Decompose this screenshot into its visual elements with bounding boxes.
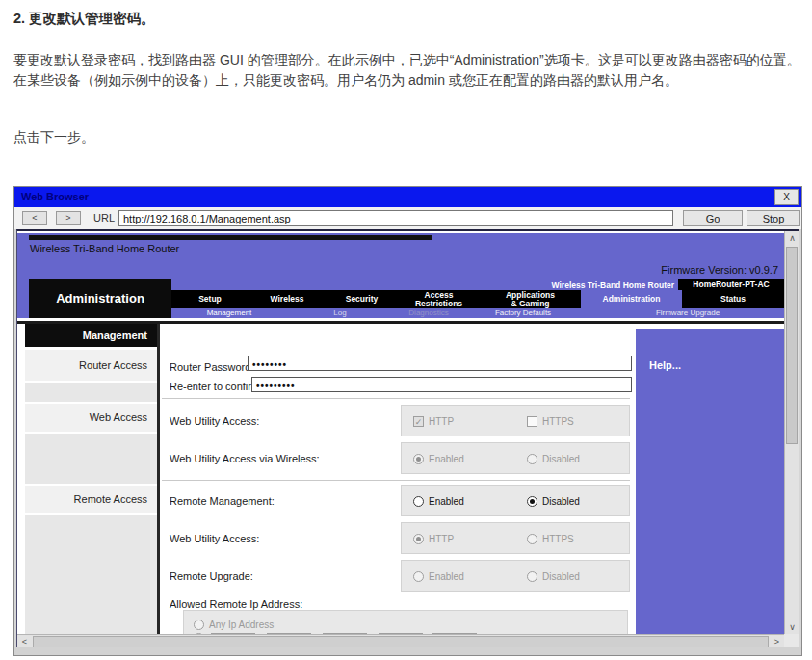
horizontal-scroll-thumb[interactable]: [33, 636, 769, 647]
vertical-scrollbar[interactable]: ∧ ∨: [784, 231, 799, 634]
doc-heading: 2. 更改默认管理密码。: [13, 10, 155, 28]
enabled-radio: [413, 571, 424, 582]
divider: [162, 398, 630, 399]
https-checkbox: [527, 416, 537, 427]
router-header: Wireless Tri-Band Home Router Firmware V…: [17, 233, 784, 318]
browser-toolbar: < > URL Go Stop: [14, 207, 801, 229]
enabled-radio: [413, 454, 424, 464]
subtab-firmware-upgrade[interactable]: Firmware Upgrade: [656, 308, 720, 317]
url-label: URL: [93, 212, 115, 224]
help-label: Help...: [649, 359, 681, 371]
sidebar-item-remote-access[interactable]: Remote Access: [25, 486, 157, 513]
web-browser-window: Web Browser X < > URL Go Stop Wireless T…: [13, 186, 802, 656]
window-title: Web Browser: [21, 191, 89, 202]
subtab-log[interactable]: Log: [333, 308, 346, 317]
tab-security[interactable]: Security: [326, 290, 398, 308]
enabled-radio-label: Enabled: [429, 454, 464, 464]
router-page: Wireless Tri-Band Home Router Firmware V…: [17, 231, 784, 634]
doc-paragraph: 要更改默认登录密码，找到路由器 GUI 的管理部分。在此示例中，已选中“Admi…: [13, 50, 801, 90]
sidebar-item-router-access[interactable]: Router Access: [25, 350, 157, 381]
window-bottom-edge: [14, 647, 801, 655]
http-checkbox: [413, 416, 424, 427]
http-checkbox-label: HTTP: [429, 416, 454, 427]
forward-button[interactable]: >: [56, 211, 81, 225]
https-radio: [527, 534, 537, 544]
remote-upgrade-label: Remote Upgrade:: [170, 570, 253, 582]
remote-management-controls: Enabled Disabled: [401, 485, 630, 516]
scroll-right-icon[interactable]: >: [770, 635, 784, 648]
scroll-down-icon[interactable]: ∨: [785, 620, 799, 634]
web-utility-access-controls: HTTP HTTPS: [401, 405, 630, 436]
router-password-label: Router Password:: [170, 361, 253, 373]
remote-web-utility-controls: HTTP HTTPS: [401, 522, 630, 554]
management-form: Router Password: •••••••• Re-enter to co…: [157, 324, 636, 634]
tab-status[interactable]: Status: [682, 290, 784, 308]
router-password-input[interactable]: ••••••••: [248, 356, 632, 371]
confirm-password-label: Re-enter to confirm:: [170, 381, 263, 392]
tab-wireless[interactable]: Wireless: [249, 290, 326, 308]
horizontal-scrollbar[interactable]: < >: [17, 634, 784, 648]
disabled-radio-label: Disabled: [542, 571, 580, 582]
divider: [162, 480, 630, 481]
url-input[interactable]: [118, 210, 673, 226]
close-button[interactable]: X: [774, 189, 799, 205]
http-radio-label: HTTP: [429, 534, 454, 544]
page-title: Administration: [29, 279, 171, 318]
tab-applications-gaming[interactable]: Applications & Gaming: [480, 290, 581, 308]
scroll-left-icon[interactable]: <: [17, 635, 32, 648]
sidebar-item-management[interactable]: Management: [25, 324, 157, 347]
doc-next-step: 点击下一步。: [13, 129, 94, 146]
subtab-diagnostics[interactable]: Diagnostics: [408, 308, 448, 317]
disabled-radio-label: Disabled: [542, 496, 580, 507]
scrollbar-corner: [784, 634, 799, 648]
sidebar-spacer: [25, 383, 157, 402]
any-ip-radio-label: Any Ip Address: [209, 620, 274, 630]
main-content: Management Router Access Web Access Remo…: [17, 324, 784, 634]
scroll-up-icon[interactable]: ∧: [785, 231, 799, 245]
router-brand: Wireless Tri-Band Home Router: [30, 243, 179, 254]
sidebar-spacer: [25, 515, 157, 634]
disabled-radio[interactable]: [527, 496, 537, 507]
https-checkbox-label: HTTPS: [542, 416, 574, 427]
web-utility-access-label: Web Utility Access:: [170, 415, 259, 427]
stop-button[interactable]: Stop: [747, 210, 800, 226]
tab-access-restrictions[interactable]: Access Restrictions: [398, 290, 480, 308]
subtab-management[interactable]: Management: [207, 308, 252, 317]
tab-administration[interactable]: Administration: [581, 290, 682, 308]
remote-web-utility-label: Web Utility Access:: [170, 533, 259, 544]
help-panel: Help...: [636, 329, 784, 634]
allowed-ip-controls: Any Ip Address: [183, 610, 628, 634]
disabled-radio-label: Disabled: [542, 454, 580, 464]
titlebar: Web Browser X: [14, 187, 801, 207]
enabled-radio-label: Enabled: [429, 496, 464, 507]
content-viewport: Wireless Tri-Band Home Router Firmware V…: [16, 229, 799, 649]
go-button[interactable]: Go: [683, 210, 743, 226]
tab-bar: Administration Wireless Tri-Band Home Ro…: [17, 279, 784, 318]
https-radio-label: HTTPS: [542, 534, 574, 544]
sidebar-item-web-access[interactable]: Web Access: [25, 404, 157, 432]
subtab-factory-defaults[interactable]: Factory Defaults: [495, 308, 551, 317]
web-utility-wireless-controls: Enabled Disabled: [401, 442, 630, 474]
tab-setup[interactable]: Setup: [171, 290, 249, 308]
back-button[interactable]: <: [22, 211, 47, 225]
remote-management-label: Remote Management:: [170, 495, 275, 507]
header-black-strip: [29, 235, 432, 240]
enabled-radio-label: Enabled: [429, 571, 464, 582]
disabled-radio: [527, 571, 537, 582]
enabled-radio[interactable]: [413, 496, 424, 507]
device-name: HomeRouter-PT-AC: [678, 279, 784, 290]
page: 2. 更改默认管理密码。 要更改默认登录密码，找到路由器 GUI 的管理部分。在…: [0, 0, 812, 660]
firmware-version: Firmware Version: v0.9.7: [661, 264, 778, 276]
sidebar-spacer: [25, 434, 157, 484]
http-radio: [413, 534, 424, 544]
disabled-radio: [527, 454, 537, 464]
brand-small: Wireless Tri-Band Home Router: [552, 280, 674, 290]
remote-upgrade-controls: Enabled Disabled: [401, 560, 630, 592]
vertical-scroll-thumb[interactable]: [786, 247, 798, 444]
confirm-password-input[interactable]: •••••••••: [251, 377, 632, 392]
allowed-ip-label: Allowed Remote Ip Address:: [170, 598, 302, 610]
any-ip-radio: [194, 620, 204, 630]
web-utility-wireless-label: Web Utility Access via Wireless:: [170, 453, 320, 464]
